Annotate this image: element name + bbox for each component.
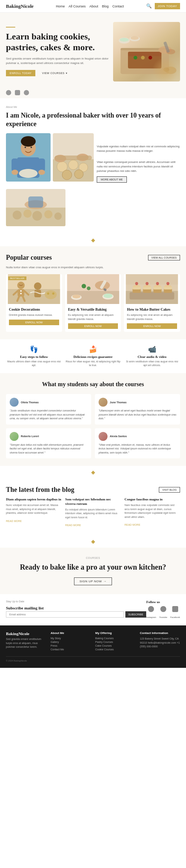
blog-post-title-2: Congue faucibus magna in xyxy=(125,497,180,502)
hero-section: Learn baking cookies, pastries, cakes & … xyxy=(0,13,186,87)
nav-about[interactable]: About xyxy=(89,4,98,8)
more-about-button[interactable]: MORE ABOUT ME xyxy=(97,176,127,183)
testimonial-card-1: June Thomas "Ullamcorper enim sit amet e… xyxy=(95,394,180,425)
footer-link-story[interactable]: My Story xyxy=(51,637,91,640)
subscribe-button[interactable]: SUBSCRIBE xyxy=(125,611,146,618)
testimonial-card-3: Alexia Santos "Vitae erat pretium, inter… xyxy=(95,428,180,459)
feature-2: 📹 Clear audio & video Si anim vestibulum… xyxy=(124,345,180,367)
course-image-2 xyxy=(124,274,180,304)
courses-grid: bestseller xyxy=(0,274,186,332)
nav-home[interactable]: Home xyxy=(56,4,65,8)
youtube-label: Youtube xyxy=(159,616,167,618)
svg-rect-21 xyxy=(38,158,45,172)
course-title-1: Easy & Versatile Baking xyxy=(68,307,118,312)
footer-contact-text: 123 Bakery Street Sweet City, CA 90210 h… xyxy=(140,637,180,649)
newsletter-title: Subscribe mailing list xyxy=(6,606,146,610)
enroll-button-1[interactable]: Enroll Now xyxy=(68,323,118,329)
view-courses-button[interactable]: VIEW COURSES ▾ xyxy=(38,70,71,77)
features-section: 👣 Easy steps to follow Mauris ultrices d… xyxy=(0,339,186,373)
cta-label: Courses xyxy=(6,557,180,559)
nav-courses[interactable]: All Courses xyxy=(68,4,86,8)
nav-contact[interactable]: Contact xyxy=(112,4,124,8)
footer-link-baking[interactable]: Baking Courses xyxy=(95,637,135,640)
testimonial-card-2: Roberto Loreri "Semper duis tellus est n… xyxy=(6,428,91,459)
nav-blog[interactable]: Blog xyxy=(102,4,109,8)
follow-facebook[interactable]: Facebook xyxy=(170,606,180,619)
svg-point-71 xyxy=(103,294,112,298)
read-more-link-1[interactable]: READ MORE xyxy=(65,524,81,526)
footer-grid: BakingNicole Sed gravida ornare vestibul… xyxy=(6,631,180,652)
read-more-link-2[interactable]: READ MORE xyxy=(125,523,140,526)
footer-link-gallery[interactable]: Gallery xyxy=(51,641,91,643)
steps-icon: 👣 xyxy=(6,345,62,353)
course-badge-0: bestseller xyxy=(8,276,26,280)
footer-logo: BakingNicole xyxy=(6,631,46,636)
footer-link-cookie[interactable]: Cookie Courses xyxy=(95,648,135,651)
footer: BakingNicole Sed gravida ornare vestibul… xyxy=(0,625,186,668)
email-input[interactable] xyxy=(6,611,124,618)
footer-link-press[interactable]: Press xyxy=(51,644,91,647)
course-title-0: Cookie Decorations xyxy=(9,307,59,312)
footer-link-cake[interactable]: Cake Courses xyxy=(95,644,135,647)
footer-offering-title: My Offering xyxy=(95,631,135,635)
follow-youtube[interactable]: Youtube xyxy=(159,606,167,619)
diamond-icon-2: ◆ xyxy=(91,470,95,475)
footer-about-title: About Me xyxy=(51,631,91,635)
hero-illustration xyxy=(113,22,180,81)
testimonial-name-1: June Thomas xyxy=(110,401,126,404)
svg-rect-78 xyxy=(133,286,141,289)
footer-col-contact: Contact Information 123 Bakery Street Sw… xyxy=(140,631,180,652)
enroll-today-button[interactable]: ENROLL TODAY xyxy=(6,70,35,76)
enroll-button-2[interactable]: Enroll Now xyxy=(127,323,177,329)
svg-point-65 xyxy=(81,284,86,288)
enroll-button-0[interactable]: Enroll Now xyxy=(9,320,59,325)
testimonial-name-2: Roberto Loreri xyxy=(21,435,39,438)
svg-point-26 xyxy=(31,147,32,148)
search-icon[interactable]: 🔍 xyxy=(146,3,152,9)
sign-up-button[interactable]: SIGN UP NOW → xyxy=(74,577,112,585)
feature-desc-1: Risus for vitae augue nisi, id adipiscin… xyxy=(65,360,121,367)
testimonial-text-0: "Justo vestibulum risus imperdiet consec… xyxy=(10,409,87,421)
svg-point-41 xyxy=(32,211,42,221)
view-all-courses-button[interactable]: VIEW ALL COURSES xyxy=(148,255,180,260)
join-button[interactable]: JOIN TODAY xyxy=(155,3,180,9)
svg-point-30 xyxy=(68,160,78,170)
hero-description: Sed gravida ornare vestibulum turpis qua… xyxy=(6,57,109,65)
chevron-icon: ▾ xyxy=(66,72,68,75)
section-divider-2: ◆ xyxy=(0,466,186,478)
course-card-2: How to Make Butter Cakes Eu adipiscing n… xyxy=(124,274,180,332)
footer-link-contact[interactable]: Contact Me xyxy=(51,648,91,651)
visit-blog-button[interactable]: VISIT BLOG xyxy=(159,487,180,493)
svg-rect-80 xyxy=(143,286,151,289)
testimonial-name-3: Alexia Santos xyxy=(110,435,127,438)
svg-rect-84 xyxy=(164,286,172,289)
read-more-link-0[interactable]: READ MORE xyxy=(6,520,22,522)
youtube-icon[interactable] xyxy=(15,90,20,95)
footer-col-brand: BakingNicole Sed gravida ornare vestibul… xyxy=(6,631,46,652)
svg-rect-89 xyxy=(126,274,178,285)
svg-point-23 xyxy=(38,170,45,175)
hero-image xyxy=(113,22,180,81)
svg-point-25 xyxy=(25,147,26,148)
footer-link-pastry[interactable]: Pastry Courses xyxy=(95,641,135,643)
testimonial-text-3: "Vitae erat pretium, interdum et, massa,… xyxy=(99,443,176,455)
svg-point-43 xyxy=(54,212,62,220)
svg-point-60 xyxy=(52,292,54,295)
about-images-left xyxy=(6,133,94,226)
section-divider-1: ◆ xyxy=(0,234,186,246)
svg-point-14 xyxy=(165,67,176,74)
blog-post-title-1: Som volutpat nec hibendum nec viverra ru… xyxy=(65,497,121,506)
nav-right: 🔍 JOIN TODAY xyxy=(146,3,180,9)
facebook-icon[interactable] xyxy=(24,90,29,95)
cta-title: Ready to bake like a pro at your own kit… xyxy=(6,562,180,572)
instagram-icon[interactable] xyxy=(6,90,11,95)
social-strip xyxy=(0,87,186,98)
testimonial-avatar-1 xyxy=(99,398,108,407)
blog-post-title-0: Diam aliquam sapien lorem dapibus in xyxy=(6,497,61,502)
follow-instagram[interactable]: Instagram xyxy=(146,606,156,619)
newsletter-left: Stay Up to Date Subscribe mailing list S… xyxy=(6,600,146,618)
testimonial-avatar-3 xyxy=(99,432,108,441)
blog-post-desc-0: Nunc volutpat nisi accumsan amet sit. Ma… xyxy=(6,503,61,515)
svg-point-55 xyxy=(20,293,22,294)
blog-title: The latest from the blog xyxy=(6,486,74,494)
